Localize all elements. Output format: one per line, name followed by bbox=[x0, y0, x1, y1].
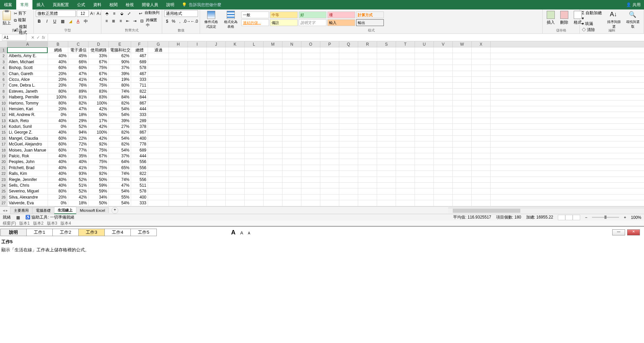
cell[interactable] bbox=[207, 53, 226, 59]
cell[interactable] bbox=[188, 195, 207, 200]
cell[interactable]: 35% bbox=[68, 153, 89, 159]
cell[interactable] bbox=[434, 165, 453, 170]
cell[interactable] bbox=[472, 141, 491, 147]
cell[interactable] bbox=[377, 165, 396, 170]
cell[interactable] bbox=[434, 83, 453, 88]
cell[interactable]: Core, Debra L. bbox=[7, 83, 48, 88]
style-link[interactable]: 連結的儲... bbox=[241, 19, 269, 26]
cell[interactable] bbox=[358, 112, 377, 117]
cell[interactable] bbox=[169, 200, 188, 206]
cell[interactable] bbox=[415, 177, 434, 182]
cell[interactable] bbox=[453, 147, 472, 153]
cell[interactable] bbox=[148, 71, 169, 76]
cell[interactable]: 867 bbox=[131, 130, 148, 135]
cell[interactable]: 75% bbox=[89, 147, 109, 153]
cell[interactable] bbox=[472, 106, 491, 112]
close-button[interactable]: ✕ bbox=[627, 229, 640, 235]
cell[interactable] bbox=[301, 147, 320, 153]
row-header-5[interactable]: 5 bbox=[0, 71, 7, 77]
cell[interactable] bbox=[264, 124, 282, 129]
cell[interactable] bbox=[339, 53, 358, 59]
font-sample-medium[interactable]: A bbox=[240, 230, 243, 235]
style-note[interactable]: 備註 bbox=[270, 19, 298, 26]
cell[interactable] bbox=[282, 136, 301, 141]
align-left-icon[interactable]: ≡ bbox=[103, 18, 110, 24]
cell[interactable]: Silva, Alexandre bbox=[7, 195, 48, 200]
cell[interactable] bbox=[396, 100, 415, 106]
cell[interactable] bbox=[282, 65, 301, 70]
cell[interactable] bbox=[301, 65, 320, 70]
cell[interactable]: 822 bbox=[131, 171, 148, 176]
cell[interactable] bbox=[301, 94, 320, 100]
version-4[interactable]: 版本4 bbox=[60, 221, 71, 226]
cell[interactable] bbox=[282, 177, 301, 182]
style-normal[interactable]: 一般 bbox=[241, 12, 269, 18]
cell[interactable] bbox=[415, 183, 434, 188]
cell[interactable]: 80% bbox=[48, 188, 68, 194]
cell[interactable]: 27% bbox=[109, 124, 131, 129]
cell[interactable]: 42% bbox=[68, 195, 89, 200]
cell[interactable] bbox=[207, 153, 226, 159]
cell[interactable] bbox=[453, 153, 472, 159]
cell[interactable] bbox=[396, 112, 415, 117]
cell[interactable] bbox=[282, 130, 301, 135]
cell[interactable]: 66% bbox=[68, 59, 89, 65]
cell[interactable] bbox=[358, 165, 377, 170]
cell[interactable] bbox=[245, 77, 264, 82]
cell[interactable]: Esteves, Janeth bbox=[7, 89, 48, 94]
col-header-C[interactable]: C bbox=[68, 41, 89, 47]
cell[interactable] bbox=[169, 136, 188, 141]
style-calculation[interactable]: 計算方式 bbox=[356, 12, 384, 18]
cell[interactable] bbox=[169, 130, 188, 135]
cell[interactable] bbox=[472, 118, 491, 123]
cell[interactable]: Riegle, Jennifer bbox=[7, 177, 48, 182]
cell[interactable] bbox=[377, 171, 396, 176]
tell-me[interactable]: 💡 告訴我您想做什麼 bbox=[182, 2, 221, 8]
cell[interactable] bbox=[207, 59, 226, 65]
row-header-4[interactable]: 4 bbox=[0, 65, 7, 71]
cell[interactable] bbox=[415, 171, 434, 176]
cell[interactable] bbox=[396, 130, 415, 135]
cell[interactable] bbox=[415, 195, 434, 200]
cell[interactable]: 22% bbox=[68, 136, 89, 141]
cell[interactable]: 電子通信 bbox=[68, 47, 89, 53]
row-header-24[interactable]: 24 bbox=[0, 183, 7, 188]
cell[interactable] bbox=[207, 159, 226, 164]
cell[interactable]: McGuel, Alejandro bbox=[7, 141, 48, 147]
decrease-decimal-icon[interactable]: ←.0 bbox=[191, 18, 198, 25]
cell[interactable] bbox=[320, 147, 339, 153]
cell[interactable] bbox=[226, 47, 245, 53]
cell[interactable] bbox=[472, 112, 491, 117]
cell[interactable] bbox=[358, 195, 377, 200]
col-header-V[interactable]: V bbox=[434, 41, 453, 47]
cell[interactable]: 18% bbox=[68, 112, 89, 117]
cell[interactable] bbox=[320, 77, 339, 82]
cell[interactable] bbox=[472, 165, 491, 170]
cell[interactable]: Halberg, Pernille bbox=[7, 94, 48, 100]
macro-icon[interactable]: ▦ bbox=[16, 215, 20, 220]
cell[interactable] bbox=[339, 171, 358, 176]
cell[interactable]: Palcic, Rok bbox=[7, 153, 48, 159]
cell[interactable] bbox=[169, 165, 188, 170]
cell[interactable] bbox=[169, 83, 188, 88]
cell[interactable] bbox=[226, 118, 245, 123]
cell[interactable] bbox=[148, 130, 169, 135]
cell[interactable] bbox=[453, 171, 472, 176]
cell[interactable] bbox=[358, 94, 377, 100]
cell[interactable] bbox=[358, 53, 377, 59]
cell[interactable] bbox=[148, 153, 169, 159]
cell[interactable] bbox=[453, 159, 472, 164]
cell[interactable]: 54% bbox=[109, 200, 131, 206]
cell[interactable] bbox=[358, 200, 377, 206]
cell[interactable] bbox=[207, 83, 226, 88]
cell[interactable] bbox=[472, 53, 491, 59]
cell[interactable] bbox=[282, 59, 301, 65]
cell[interactable] bbox=[415, 200, 434, 206]
cell[interactable] bbox=[434, 100, 453, 106]
cell[interactable]: 通過 bbox=[148, 47, 169, 53]
cell[interactable] bbox=[226, 183, 245, 188]
cell[interactable]: 52% bbox=[68, 188, 89, 194]
cell[interactable] bbox=[472, 177, 491, 182]
cell[interactable] bbox=[301, 159, 320, 164]
cell[interactable] bbox=[169, 65, 188, 70]
